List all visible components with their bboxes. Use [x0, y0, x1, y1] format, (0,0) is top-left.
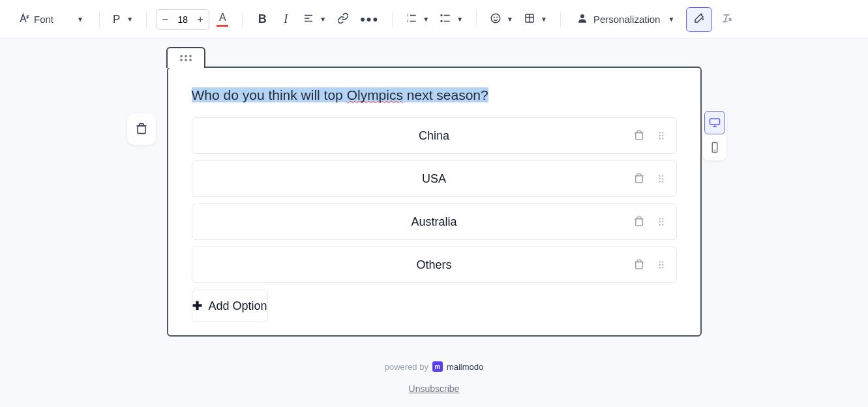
chevron-down-icon: ▼ — [77, 16, 83, 23]
svg-rect-31 — [635, 133, 642, 140]
svg-point-51 — [662, 224, 663, 225]
chevron-down-icon: ▼ — [668, 16, 674, 23]
canvas: Who do you think will top Olympics next … — [0, 39, 868, 407]
unordered-list-icon — [440, 12, 451, 26]
svg-point-25 — [180, 55, 183, 57]
font-label: Font — [34, 14, 53, 25]
font-size-decrement[interactable]: − — [157, 10, 173, 29]
magic-button[interactable] — [686, 7, 712, 32]
svg-point-57 — [659, 267, 660, 268]
poll-block: Who do you think will top Olympics next … — [167, 67, 702, 337]
svg-text:1: 1 — [407, 13, 409, 17]
svg-rect-45 — [635, 219, 642, 226]
poll-option[interactable]: Others — [192, 247, 677, 283]
magic-wand-icon — [693, 12, 705, 26]
footer: powered by m mailmodo Unsubscribe — [0, 361, 868, 394]
delete-block-button[interactable] — [127, 113, 156, 145]
ordered-list-dropdown[interactable]: 12 ▼ — [402, 9, 433, 30]
option-label: China — [419, 129, 449, 143]
align-icon — [303, 12, 314, 26]
brand-logo-icon: m — [432, 361, 443, 372]
svg-point-18 — [703, 19, 704, 20]
drag-option-handle[interactable] — [654, 172, 668, 186]
poll-option[interactable]: USA — [192, 160, 677, 197]
svg-point-11 — [491, 14, 500, 23]
delete-option-button[interactable] — [632, 258, 646, 272]
person-icon — [576, 12, 588, 26]
table-icon — [524, 12, 535, 26]
svg-point-12 — [494, 17, 494, 18]
svg-point-29 — [185, 59, 187, 61]
svg-point-58 — [662, 267, 663, 268]
svg-point-54 — [662, 261, 663, 262]
svg-point-56 — [662, 264, 663, 265]
brand-name: mailmodo — [447, 362, 483, 372]
chevron-down-icon: ▼ — [507, 16, 513, 23]
delete-option-button[interactable] — [632, 215, 646, 229]
svg-point-36 — [659, 138, 660, 139]
font-color-icon: A — [217, 12, 228, 27]
more-button[interactable]: ••• — [356, 9, 383, 30]
svg-point-46 — [659, 218, 660, 219]
svg-rect-20 — [710, 119, 720, 125]
personalization-label: Personalization — [593, 14, 661, 25]
mobile-view-button[interactable] — [704, 136, 725, 159]
emoji-icon — [490, 12, 501, 26]
svg-point-39 — [659, 175, 660, 176]
desktop-view-button[interactable] — [704, 111, 725, 134]
svg-point-34 — [659, 135, 660, 136]
clear-formatting-button[interactable] — [713, 9, 740, 30]
drag-option-handle[interactable] — [654, 258, 668, 272]
clear-formatting-icon — [721, 12, 732, 26]
separator — [242, 12, 243, 27]
drag-option-handle[interactable] — [654, 128, 668, 143]
delete-option-button[interactable] — [632, 128, 646, 143]
separator — [392, 12, 393, 27]
svg-point-8 — [441, 21, 442, 22]
ordered-list-icon: 12 — [406, 12, 417, 26]
paragraph-dropdown[interactable]: P ▼ — [109, 9, 137, 30]
option-label: Australia — [411, 215, 456, 229]
svg-point-48 — [659, 221, 660, 222]
svg-point-7 — [441, 15, 442, 16]
svg-point-41 — [659, 178, 660, 179]
poll-option[interactable]: China — [192, 117, 677, 154]
svg-point-53 — [659, 261, 660, 262]
svg-point-13 — [497, 17, 498, 18]
personalization-dropdown[interactable]: Personalization ▼ — [570, 9, 681, 30]
font-color-button[interactable]: A — [212, 9, 233, 30]
chevron-down-icon: ▼ — [541, 16, 547, 23]
separator — [99, 12, 100, 27]
poll-option[interactable]: Australia — [192, 204, 677, 240]
svg-point-49 — [662, 221, 663, 222]
block-drag-handle[interactable] — [166, 47, 205, 68]
chevron-down-icon: ▼ — [320, 16, 326, 23]
svg-point-17 — [580, 14, 584, 18]
poll-question[interactable]: Who do you think will top Olympics next … — [192, 87, 488, 102]
toolbar: Font ▼ P ▼ − 18 + A B I ▼ — [0, 0, 868, 39]
svg-point-40 — [662, 175, 663, 176]
unordered-list-dropdown[interactable]: ▼ — [436, 9, 467, 30]
drag-option-handle[interactable] — [654, 215, 668, 229]
emoji-dropdown[interactable]: ▼ — [486, 9, 517, 30]
table-dropdown[interactable]: ▼ — [520, 9, 551, 30]
align-dropdown[interactable]: ▼ — [299, 9, 330, 30]
unsubscribe-link[interactable]: Unsubscribe — [0, 384, 868, 394]
option-label: Others — [416, 258, 451, 272]
option-label: USA — [422, 172, 446, 186]
add-option-button[interactable]: ✚ Add Option — [192, 290, 268, 322]
font-size-value: 18 — [173, 14, 192, 25]
svg-rect-19 — [138, 126, 145, 134]
plus-icon: ✚ — [192, 299, 202, 313]
svg-text:2: 2 — [407, 19, 409, 23]
font-dropdown[interactable]: Font ▼ — [12, 9, 90, 30]
add-option-label: Add Option — [209, 299, 267, 313]
svg-point-43 — [659, 181, 660, 182]
svg-point-50 — [659, 224, 660, 225]
delete-option-button[interactable] — [632, 172, 646, 186]
italic-button[interactable]: I — [275, 9, 296, 30]
link-button[interactable] — [333, 9, 353, 30]
svg-point-33 — [662, 132, 663, 133]
bold-button[interactable]: B — [252, 9, 273, 30]
font-size-increment[interactable]: + — [192, 10, 209, 29]
